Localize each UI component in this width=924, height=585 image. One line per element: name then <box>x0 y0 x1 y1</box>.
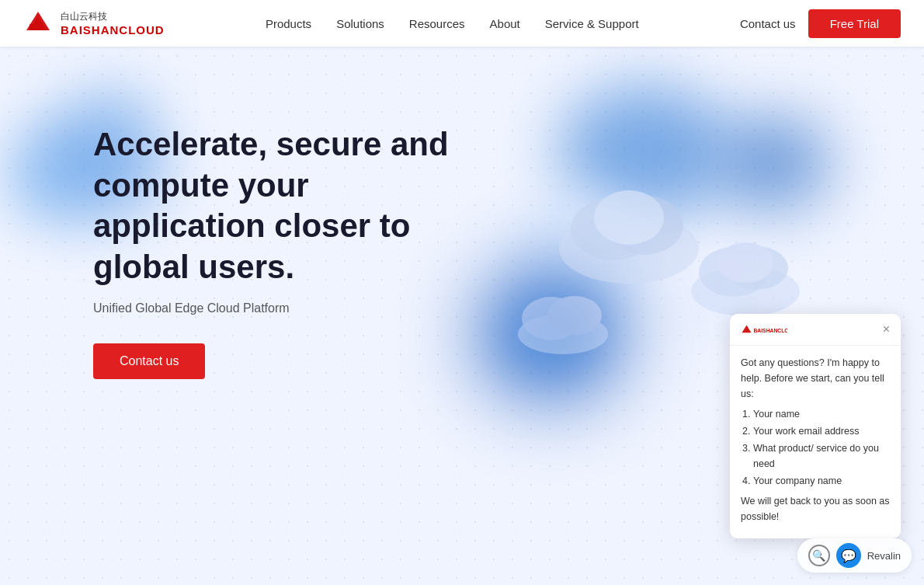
logo-text: 白山云科技 BAISHANCLOUD <box>61 10 165 37</box>
revalin-chat-icon: 💬 <box>836 543 861 568</box>
contact-us-link[interactable]: Contact us <box>740 17 796 30</box>
cloud-3d-2 <box>683 225 808 319</box>
hero-section: Accelerate, secure and compute your appl… <box>0 47 924 585</box>
nav-service-support[interactable]: Service & Support <box>545 17 639 30</box>
navbar-right: Contact us Free Trial <box>740 9 901 38</box>
chat-item-3: What product/ service do you need <box>753 440 890 472</box>
chat-outro: We will get back to you as soon as possi… <box>741 493 890 524</box>
nav-about[interactable]: About <box>490 17 520 30</box>
svg-rect-2 <box>30 24 33 30</box>
cloud-3d-3 <box>512 280 613 357</box>
chat-close-button[interactable]: × <box>883 323 890 336</box>
blob-decoration-5 <box>714 117 831 210</box>
logo-en: BAISHANCLOUD <box>61 23 165 37</box>
svg-point-13 <box>547 296 602 335</box>
chat-item-1: Your name <box>753 406 890 422</box>
revalin-search-icon: 🔍 <box>808 545 830 566</box>
hero-subtitle: Unified Global Edge Cloud Platform <box>93 301 481 315</box>
chat-logo: BAISHANCLOUD <box>741 322 803 337</box>
free-trial-button[interactable]: Free Trial <box>808 9 901 38</box>
hero-title: Accelerate, secure and compute your appl… <box>93 124 481 287</box>
svg-text:BAISHANCLOUD: BAISHANCLOUD <box>754 327 788 333</box>
blob-decoration-2 <box>16 155 78 210</box>
chat-logo-svg: BAISHANCLOUD <box>741 324 787 336</box>
nav-solutions[interactable]: Solutions <box>336 17 384 30</box>
revalin-label: Revalin <box>867 550 901 562</box>
chat-header: BAISHANCLOUD × <box>730 314 901 346</box>
nav-resources[interactable]: Resources <box>409 17 465 30</box>
main-nav: Products Solutions Resources About Servi… <box>266 17 639 30</box>
chat-intro: Got any questions? I'm happy to help. Be… <box>741 355 890 402</box>
logo-cn: 白山云科技 <box>61 10 165 23</box>
revalin-badge[interactable]: 🔍 💬 Revalin <box>797 538 912 573</box>
logo-icon <box>23 9 53 38</box>
svg-point-6 <box>594 190 664 245</box>
svg-marker-14 <box>742 325 752 333</box>
chat-body: Got any questions? I'm happy to help. Be… <box>730 346 901 538</box>
chat-widget: BAISHANCLOUD × Got any questions? I'm ha… <box>730 314 901 538</box>
chat-item-4: Your company name <box>753 473 890 489</box>
contact-us-button[interactable]: Contact us <box>93 343 205 379</box>
chat-item-2: Your work email address <box>753 423 890 439</box>
nav-products[interactable]: Products <box>266 17 311 30</box>
hero-content: Accelerate, secure and compute your appl… <box>93 124 481 379</box>
chat-items-list: Your name Your work email address What p… <box>741 406 890 489</box>
navbar: 白山云科技 BAISHANCLOUD Products Solutions Re… <box>0 0 924 47</box>
svg-point-10 <box>717 242 773 283</box>
logo[interactable]: 白山云科技 BAISHANCLOUD <box>23 9 165 38</box>
